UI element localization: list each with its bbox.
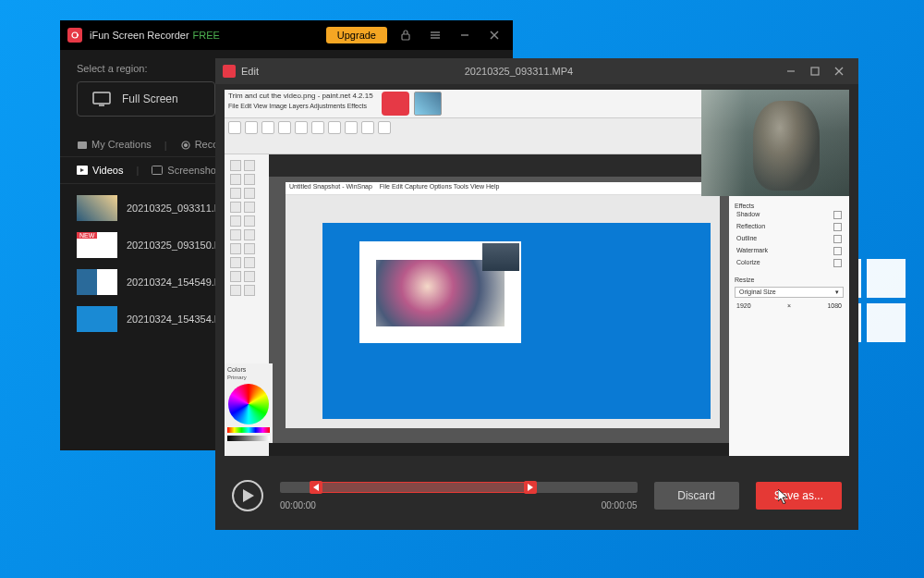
trim-handle-start[interactable] xyxy=(310,481,322,494)
save-as-button[interactable]: Save as... xyxy=(756,482,842,510)
edit-filename: 20210325_093311.MP4 xyxy=(259,66,779,77)
full-screen-option[interactable]: Full Screen xyxy=(77,81,215,117)
svg-marker-23 xyxy=(528,484,533,491)
file-thumbnail xyxy=(77,269,117,295)
edit-window: Edit 20210325_093311.MP4 Trim and cut th… xyxy=(215,58,858,530)
edit-maximize-icon[interactable] xyxy=(803,61,827,81)
videos-tab[interactable]: Videos xyxy=(77,165,123,176)
colors-panel: Colors Primary xyxy=(225,363,273,456)
edit-titlebar: Edit 20210325_093311.MP4 xyxy=(215,58,858,84)
play-button[interactable] xyxy=(232,480,263,511)
svg-rect-16 xyxy=(152,166,163,175)
edit-controls: 00:00:00 00:00:05 Discard Save as... xyxy=(215,461,858,530)
trim-track[interactable] xyxy=(280,482,638,493)
edit-minimize-icon[interactable] xyxy=(779,61,803,81)
minimize-icon[interactable] xyxy=(454,24,476,46)
svg-rect-9 xyxy=(93,92,110,104)
edit-title: Edit xyxy=(241,66,259,77)
svg-point-13 xyxy=(184,144,187,147)
screenshots-tab[interactable]: Screenshots xyxy=(152,165,224,176)
paintnet-canvas: Untitled Snapshot - WinSnap File Edit Ca… xyxy=(269,154,729,456)
discard-button[interactable]: Discard xyxy=(654,482,739,510)
menu-icon[interactable] xyxy=(424,24,446,46)
svg-marker-22 xyxy=(313,484,319,491)
trim-selection xyxy=(316,482,530,493)
video-preview: Trim and cut the video.png - paint.net 4… xyxy=(225,90,849,456)
trim-handle-end[interactable] xyxy=(524,481,537,494)
lock-icon[interactable] xyxy=(395,24,417,46)
file-thumbnail xyxy=(77,306,117,332)
edit-close-icon[interactable] xyxy=(827,61,851,81)
preview-taskbar xyxy=(269,443,729,456)
winsnap-panel: ⬚ Capture Source Full Screen▾ Effects Sh… xyxy=(729,154,849,456)
trim-track-container: 00:00:00 00:00:05 xyxy=(280,482,638,510)
close-icon[interactable] xyxy=(483,24,505,46)
full-screen-label: Full Screen xyxy=(122,92,178,105)
paintnet-menus: File Edit View Image Layers Adjustments … xyxy=(228,103,367,109)
app-icon xyxy=(67,28,82,43)
svg-rect-2 xyxy=(402,34,409,40)
paintnet-title: Trim and cut the video.png - paint.net 4… xyxy=(228,92,373,100)
svg-marker-21 xyxy=(243,489,254,502)
edit-app-icon xyxy=(223,65,236,78)
app-icon-preview xyxy=(382,92,409,116)
upgrade-button[interactable]: Upgrade xyxy=(326,27,387,43)
cursor-icon xyxy=(778,489,789,504)
time-start: 00:00:00 xyxy=(280,500,316,510)
time-end: 00:00:05 xyxy=(602,500,638,510)
webcam-overlay xyxy=(701,90,849,196)
file-thumbnail xyxy=(77,195,117,221)
svg-rect-1 xyxy=(77,34,79,36)
my-creations-tab[interactable]: My Creations xyxy=(77,139,152,151)
svg-marker-24 xyxy=(778,489,787,504)
svg-rect-18 xyxy=(811,68,819,75)
recorder-titlebar: iFun Screen RecorderFREE Upgrade xyxy=(60,20,513,50)
file-thumbnail xyxy=(77,232,117,258)
svg-rect-11 xyxy=(78,141,87,149)
app-title: iFun Screen RecorderFREE xyxy=(90,30,319,41)
thumbnail-preview xyxy=(414,92,442,116)
